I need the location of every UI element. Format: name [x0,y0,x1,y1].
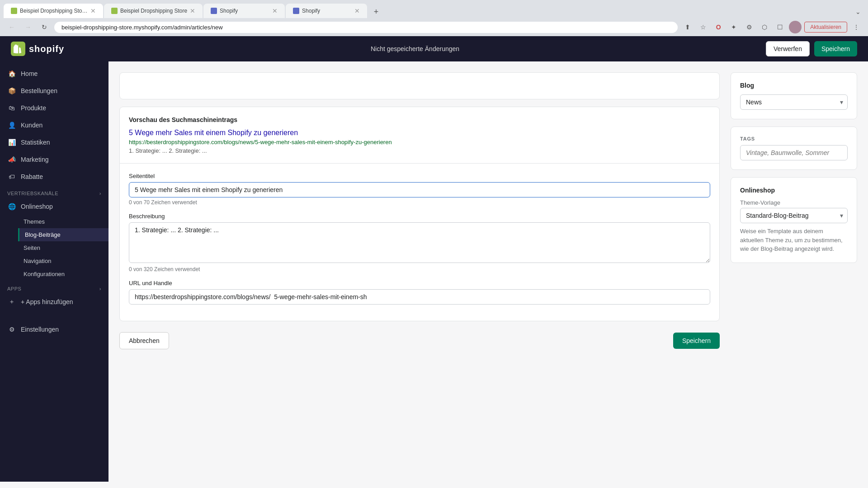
sidebar-item-themes[interactable]: Themes [18,215,108,228]
sidebar-sub-items: Themes Blog-Beiträge Seiten Navigation K… [0,215,108,281]
extension3-icon[interactable]: ⬡ [758,21,771,33]
blog-select-wrapper: News Allgemein [740,94,848,110]
tab-close-4[interactable]: ✕ [354,7,360,14]
logo-icon [11,42,25,56]
search-preview-card: Vorschau des Suchmaschineintrags 5 Wege … [119,107,720,321]
topbar-actions: Verwerfen Speichern [766,41,857,56]
onlineshop-title: Onlineshop [740,187,848,194]
url-handle-input[interactable] [129,289,710,305]
new-tab-button[interactable]: + [370,5,382,18]
sidebar-item-products[interactable]: 🛍 Produkte [0,99,108,117]
discounts-icon: 🏷 [7,172,16,181]
tab-favicon-4 [293,8,299,14]
discard-button[interactable]: Verwerfen [766,41,810,56]
theme-vorlage-label: Theme-Vorlage [740,199,848,206]
shopify-logo: shopify [11,42,64,56]
sidebar-item-discounts[interactable]: 🏷 Rabatte [0,168,108,185]
sidebar-label-konfigurationen: Konfigurationen [24,271,65,277]
preview-link[interactable]: 5 Wege mehr Sales mit einem Shopify zu g… [129,129,710,137]
products-icon: 🛍 [7,103,16,113]
extension-icon[interactable]: ✦ [727,21,740,33]
sidebar-item-blog[interactable]: Blog-Beiträge [18,228,108,241]
tab-title-2: Beispiel Dropshipping Store [120,8,187,14]
add-icon: ＋ [7,297,16,306]
orders-icon: 📦 [7,86,16,95]
sidebar-item-navigation[interactable]: Navigation [18,254,108,267]
tab-close-3[interactable]: ✕ [272,7,278,14]
screenshot-icon[interactable]: ☐ [774,21,786,33]
sidebar-item-onlineshop[interactable]: 🌐 Onlineshop [0,198,108,215]
analytics-icon: 📊 [7,138,16,147]
seitentitel-group: Seitentitel 0 von 70 Zeichen verwendet [129,173,710,206]
tab-more-button[interactable]: ⌄ [852,5,864,18]
sales-channels-label: Vertriebskanäle [7,191,58,196]
browser-chrome: Beispiel Dropshipping Store ·... ✕ Beisp… [0,0,868,36]
home-icon: 🏠 [7,69,16,78]
extension2-icon[interactable]: ⚙ [743,21,755,33]
seitentitel-input[interactable] [129,182,710,197]
sidebar-item-customers[interactable]: 👤 Kunden [0,117,108,134]
cancel-button[interactable]: Abbrechen [119,332,169,349]
sidebar-item-orders[interactable]: 📦 Bestellungen [0,82,108,99]
customers-icon: 👤 [7,121,16,130]
reload-button[interactable]: ↻ [38,21,51,33]
share-icon[interactable]: ⬆ [681,21,694,33]
content-area: Vorschau des Suchmaschineintrags 5 Wege … [108,61,868,482]
marketing-icon: 📣 [7,155,16,164]
sidebar-item-marketing[interactable]: 📣 Marketing [0,151,108,168]
main-layout: 🏠 Home 📦 Bestellungen 🛍 Produkte 👤 Kunde… [0,61,868,482]
address-bar[interactable] [54,22,678,33]
tags-label: TAGS [740,136,848,141]
save-button-bottom[interactable]: Speichern [673,333,720,349]
browser-toolbar: ← → ↻ ⬆ ☆ O ✦ ⚙ ⬡ ☐ Aktualisieren ⋮ [0,18,868,36]
theme-vorlage-select[interactable]: Standard-Blog-Beitrag [740,208,848,223]
tags-input[interactable] [740,145,848,160]
tab-close-1[interactable]: ✕ [90,7,96,14]
sidebar-label-home: Home [21,70,38,77]
tab-2[interactable]: Beispiel Dropshipping Store ✕ [104,4,203,18]
sidebar-item-pages[interactable]: Seiten [18,241,108,254]
sidebar: 🏠 Home 📦 Bestellungen 🛍 Produkte 👤 Kunde… [0,61,108,482]
sidebar-label-blog: Blog-Beiträge [25,231,61,238]
tab-favicon-2 [111,8,118,14]
sidebar-label-marketing: Marketing [21,156,48,163]
onlineshop-icon: 🌐 [7,202,16,211]
sidebar-item-home[interactable]: 🏠 Home [0,65,108,82]
sidebar-item-analytics[interactable]: 📊 Statistiken [0,134,108,151]
sidebar-settings[interactable]: ⚙ Einstellungen [0,319,108,339]
menu-icon[interactable]: ⋮ [850,21,863,33]
beschreibung-textarea[interactable]: 1. Strategie: ... 2. Strategie: ... [129,222,710,263]
forward-button[interactable]: → [22,21,34,33]
tab-favicon-3 [211,8,217,14]
unsaved-notice: Nicht gespeicherte Änderungen [371,45,459,52]
tab-3[interactable]: Shopify ✕ [203,4,285,18]
sidebar-label-onlineshop: Onlineshop [21,203,53,210]
save-button-top[interactable]: Speichern [814,41,857,56]
sidebar-label-add-apps: + Apps hinzufügen [21,298,73,305]
sidebar-item-konfigurationen[interactable]: Konfigurationen [18,267,108,281]
tab-title-4: Shopify [302,8,352,14]
sidebar-label-products: Produkte [21,104,46,112]
tab-close-2[interactable]: ✕ [190,7,195,14]
search-preview-body: Vorschau des Suchmaschineintrags 5 Wege … [120,107,719,163]
bottom-actions: Abbrechen Speichern [119,328,720,353]
user-avatar[interactable] [789,21,802,33]
bookmark-icon[interactable]: ☆ [697,21,709,33]
sidebar-item-add-apps[interactable]: ＋ + Apps hinzufügen [0,293,108,310]
tab-active[interactable]: Beispiel Dropshipping Store ·... ✕ [4,4,103,18]
logo-text: shopify [29,44,64,54]
sales-channels-expand-icon[interactable]: › [99,191,101,196]
tab-4[interactable]: Shopify ✕ [286,4,367,18]
seitentitel-label: Seitentitel [129,173,710,179]
blog-label: Blog [740,82,848,89]
preview-description: 1. Strategie: ... 2. Strategie: ... [129,147,710,154]
sidebar-label-pages: Seiten [24,244,40,251]
apps-expand-icon[interactable]: › [99,286,101,291]
sidebar-label-discounts: Rabatte [21,173,43,180]
apps-label: Apps [7,286,21,291]
seitentitel-char-count: 0 von 70 Zeichen verwendet [129,199,710,206]
blog-select[interactable]: News Allgemein [740,94,848,110]
url-handle-label: URL und Handle [129,280,710,286]
back-button[interactable]: ← [5,21,18,33]
update-button[interactable]: Aktualisieren [804,22,847,33]
